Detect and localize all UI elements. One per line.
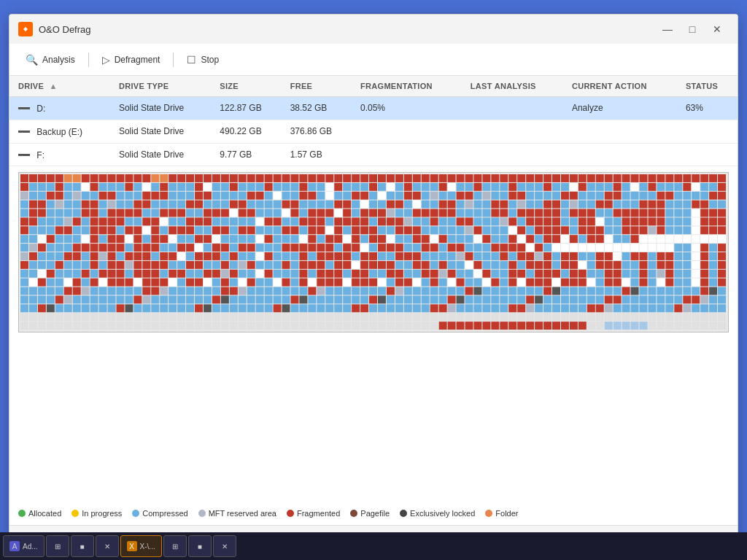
titlebar: O&O Defrag — □ ✕: [9, 15, 738, 44]
taskbar-item-2[interactable]: ⊞: [46, 535, 69, 557]
legend-color-dot: [350, 510, 357, 517]
window-title: O&O Defrag: [39, 24, 656, 35]
legend-item: Pagefile: [350, 509, 390, 518]
drive-icon-1: [18, 131, 30, 133]
taskbar: A Ad... ⊞ ■ ✕ X X-\... ⊞ ■ ✕: [0, 532, 747, 560]
cell-current-action-1: [566, 120, 680, 143]
legend-label: Compressed: [142, 509, 187, 518]
defragment-button[interactable]: ▷ Defragment: [95, 50, 168, 70]
legend-color-dot: [132, 510, 139, 517]
cell-current-action-2: [566, 143, 680, 166]
legend-item: In progress: [71, 509, 122, 518]
cell-drive-0: D:: [9, 97, 113, 120]
legend-label: Folder: [495, 509, 518, 518]
cell-size-1: 490.22 GB: [214, 120, 284, 143]
play-icon: ▷: [102, 54, 110, 66]
legend-color-dot: [71, 510, 79, 517]
drive-table-container: DRIVE ▲ DRIVE TYPE SIZE FREE FRAGMENTATI…: [9, 76, 738, 166]
legend-color-dot: [485, 510, 492, 517]
cell-fragmentation-0: 0.05%: [355, 97, 465, 120]
col-drive-type[interactable]: DRIVE TYPE: [113, 76, 214, 97]
taskbar-item-6[interactable]: ⊞: [163, 535, 187, 557]
legend-color-dot: [198, 510, 206, 517]
table-row[interactable]: D: Solid State Drive 122.87 GB 38.52 GB …: [9, 97, 738, 120]
taskbar-icon-1: A: [9, 541, 20, 551]
analysis-label: Analysis: [42, 55, 75, 65]
col-size[interactable]: SIZE: [214, 76, 284, 97]
col-free[interactable]: FREE: [285, 76, 355, 97]
taskbar-icon-3: ■: [77, 541, 88, 551]
taskbar-icon-4: ✕: [102, 541, 112, 551]
taskbar-item-1[interactable]: A Ad...: [3, 535, 44, 557]
legend-label: Allocated: [28, 509, 61, 518]
drive-name-0: D:: [36, 104, 45, 114]
taskbar-label-1: Ad...: [23, 542, 38, 551]
drive-icon-0: [18, 107, 30, 109]
legend-label: Fragmented: [297, 509, 340, 518]
cell-size-0: 122.87 GB: [214, 97, 284, 120]
taskbar-label-5: X-\...: [140, 542, 155, 551]
cell-size-2: 9.77 GB: [214, 143, 284, 166]
legend-label: MFT reserved area: [209, 509, 276, 518]
taskbar-icon-7: ■: [195, 541, 205, 551]
analysis-button[interactable]: 🔍 Analysis: [18, 50, 82, 70]
cell-fragmentation-2: [355, 143, 465, 166]
cell-last-analysis-1: [465, 120, 566, 143]
legend-color-dot: [400, 510, 407, 517]
col-drive[interactable]: DRIVE ▲: [9, 76, 113, 97]
table-row[interactable]: Backup (E:) Solid State Drive 490.22 GB …: [9, 120, 738, 143]
taskbar-item-7[interactable]: ■: [188, 535, 212, 557]
sort-arrow-icon: ▲: [49, 82, 57, 90]
taskbar-item-8[interactable]: ✕: [213, 535, 236, 557]
legend-label: Pagefile: [360, 509, 390, 518]
col-current-action[interactable]: CURRENT ACTION: [566, 76, 680, 97]
cell-free-1: 376.86 GB: [285, 120, 355, 143]
taskbar-icon-6: ⊞: [170, 541, 180, 551]
cell-last-analysis-0: [465, 97, 566, 120]
taskbar-item-4[interactable]: ✕: [96, 535, 119, 557]
col-status[interactable]: STATUS: [680, 76, 738, 97]
legend-item: Fragmented: [287, 509, 340, 518]
legend-item: MFT reserved area: [198, 509, 276, 518]
cell-status-0: 63%: [680, 97, 738, 120]
legend-item: Allocated: [18, 509, 61, 518]
defragment-label: Defragment: [115, 55, 160, 65]
taskbar-icon-8: ✕: [220, 541, 230, 551]
drive-map-area: [9, 166, 738, 502]
cell-drive-2: F:: [9, 143, 113, 166]
drive-icon-2: [18, 154, 30, 156]
app-icon: [18, 22, 33, 36]
cell-drive-type-0: Solid State Drive: [113, 97, 214, 120]
toolbar-separator-1: [88, 52, 89, 67]
taskbar-item-3[interactable]: ■: [71, 535, 94, 557]
legend-label: Exclusively locked: [410, 509, 475, 518]
table-row[interactable]: F: Solid State Drive 9.77 GB 1.57 GB: [9, 143, 738, 166]
stop-icon: ☐: [187, 54, 196, 66]
minimize-button[interactable]: —: [656, 20, 679, 38]
content-area: DRIVE ▲ DRIVE TYPE SIZE FREE FRAGMENTATI…: [9, 76, 738, 525]
drive-map-canvas: [18, 172, 729, 332]
cell-status-2: [680, 143, 738, 166]
drive-name-2: F:: [36, 149, 44, 160]
legend-color-dot: [18, 510, 26, 517]
toolbar: 🔍 Analysis ▷ Defragment ☐ Stop: [9, 44, 738, 76]
taskbar-item-5[interactable]: X X-\...: [120, 535, 162, 557]
cell-current-action-0: Analyze: [566, 97, 680, 120]
cell-free-0: 38.52 GB: [285, 97, 355, 120]
window-controls: — □ ✕: [656, 20, 729, 38]
drive-name-1: Backup (E:): [36, 127, 82, 137]
col-fragmentation[interactable]: FRAGMENTATION: [355, 76, 465, 97]
maximize-button[interactable]: □: [681, 20, 704, 38]
cell-free-2: 1.57 GB: [285, 143, 355, 166]
main-window: O&O Defrag — □ ✕ 🔍 Analysis ▷ Defragment…: [9, 14, 738, 546]
close-button[interactable]: ✕: [705, 20, 729, 38]
legend-item: Folder: [485, 509, 518, 518]
stop-label: Stop: [201, 55, 219, 65]
cell-fragmentation-1: [355, 120, 465, 143]
legend-color-dot: [287, 510, 294, 517]
col-last-analysis[interactable]: LAST ANALYSIS: [465, 76, 566, 97]
stop-button[interactable]: ☐ Stop: [179, 50, 226, 70]
cell-drive-1: Backup (E:): [9, 120, 113, 143]
cell-drive-type-1: Solid State Drive: [113, 120, 214, 143]
legend: Allocated In progress Compressed MFT res…: [9, 502, 738, 525]
